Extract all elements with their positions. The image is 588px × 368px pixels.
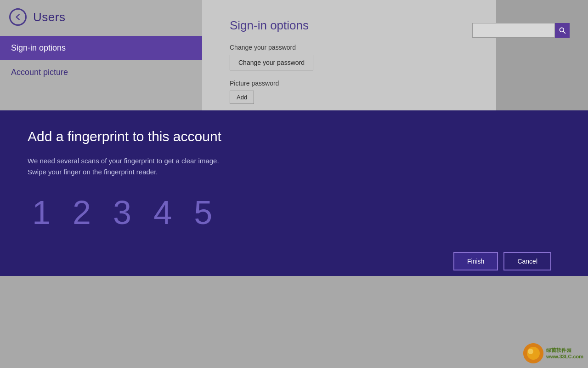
fingerprint-steps: 1 2 3 4 5 [28, 196, 560, 229]
watermark-icon [523, 343, 543, 363]
change-password-label: Change your password [230, 44, 478, 51]
watermark-logo [523, 343, 543, 363]
dialog-title: Add a fingerprint to this account [28, 129, 560, 144]
bottom-area [0, 276, 588, 368]
finish-button[interactable]: Finish [453, 252, 498, 270]
dialog-description: We need several scans of your fingerprin… [28, 155, 560, 178]
change-password-button[interactable]: Change your password [230, 55, 313, 70]
step-1: 1 [32, 196, 51, 229]
main-title: Sign-in options [230, 18, 478, 33]
sidebar-title: Users [33, 10, 65, 24]
step-3: 3 [113, 196, 131, 229]
search-input[interactable] [472, 23, 555, 38]
step-2: 2 [73, 196, 91, 229]
search-icon [559, 27, 566, 34]
picture-password-section: Picture password Add [230, 80, 478, 104]
back-icon [14, 13, 22, 21]
watermark: 绿茵软件园www.33LC.com [523, 343, 583, 363]
dialog-desc-line1: We need several scans of your fingerprin… [28, 157, 219, 165]
search-button[interactable] [555, 23, 570, 38]
sidebar-nav: Sign-in options Account picture [0, 36, 202, 85]
search-bar [472, 23, 570, 38]
add-picture-password-button[interactable]: Add [230, 91, 254, 104]
change-password-section: Change your password Change your passwor… [230, 44, 478, 80]
sidebar-item-account-picture[interactable]: Account picture [0, 60, 202, 85]
dialog-buttons: Finish Cancel [28, 252, 560, 270]
dialog-desc-line2: Swipe your finger on the fingerprint rea… [28, 168, 158, 176]
step-4: 4 [153, 196, 172, 229]
picture-password-label: Picture password [230, 80, 478, 87]
svg-point-4 [528, 349, 533, 354]
cancel-button[interactable]: Cancel [503, 252, 551, 270]
step-5: 5 [194, 196, 212, 229]
fingerprint-dialog: Add a fingerprint to this account We nee… [0, 110, 588, 276]
sidebar-item-sign-in-options[interactable]: Sign-in options [0, 36, 202, 60]
sidebar-header: Users [0, 0, 202, 34]
back-button[interactable] [9, 8, 27, 26]
main-content: Sign-in options Change your password Cha… [202, 0, 496, 110]
svg-line-1 [563, 31, 565, 33]
watermark-text: 绿茵软件园www.33LC.com [546, 347, 583, 360]
